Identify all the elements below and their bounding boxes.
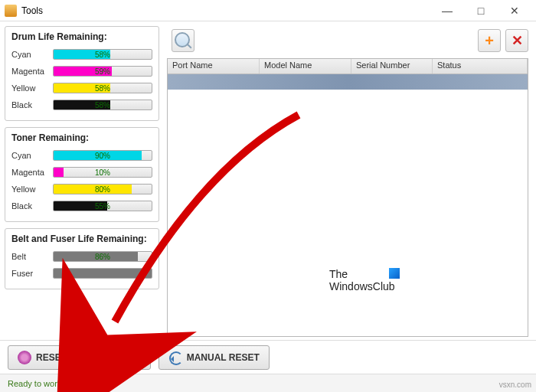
drum-label: Black [11,100,53,109]
col-port-name[interactable]: Port Name [168,59,260,74]
toner-row-yellow: Yellow80% [11,181,152,197]
toner-label: Cyan [11,151,53,160]
bottom-bar: RESET ALL COUNTERS MANUAL RESET [0,340,536,374]
toner-row-cyan: Cyan90% [11,148,152,163]
drum-title: Drum Life Remaining: [11,31,152,42]
manual-reset-button[interactable]: MANUAL RESET [159,345,270,370]
search-button[interactable] [172,29,194,52]
toner-row-black: Black55% [11,198,152,214]
gear-icon [18,351,31,364]
app-icon [5,5,17,17]
toner-bar: 55% [53,201,152,211]
drum-row-magenta: Magenta59% [11,64,152,79]
delete-button[interactable]: ✕ [505,29,528,52]
belt-row-fuser: Fuser [11,266,152,281]
windows-logo-icon [389,268,400,279]
watermark: The WindowsClub [329,268,400,292]
belt-bar [53,268,152,279]
bar-percent: 58% [54,50,152,59]
belt-panel: Belt and Fuser Life Remaining: Belt86%Fu… [5,228,159,289]
undo-icon [168,351,182,364]
belt-bar: 86% [53,251,152,262]
titlebar: Tools — □ ✕ [0,0,536,21]
window-title: Tools [21,5,43,16]
plus-icon: + [485,32,494,50]
close-button[interactable]: ✕ [498,0,531,21]
toner-title: Toner Remaining: [11,132,152,143]
drum-bar: 58% [53,49,152,60]
col-status[interactable]: Status [433,59,528,74]
toolbar: + ✕ [167,28,528,54]
manual-reset-label: MANUAL RESET [187,352,260,363]
sidebar: Drum Life Remaining: Cyan58%Magenta59%Ye… [0,21,164,340]
reset-all-counters-button[interactable]: RESET ALL COUNTERS [8,345,151,370]
watermark-line1: The [329,268,348,280]
belt-row-belt: Belt86% [11,249,152,264]
drum-bar: 58% [53,100,152,110]
drum-row-yellow: Yellow58% [11,80,152,96]
drum-row-cyan: Cyan58% [11,47,152,62]
bar-percent: 90% [54,151,152,160]
drum-bar: 58% [53,83,152,93]
bar-percent: 10% [54,168,152,177]
bar-percent: 86% [54,252,152,261]
drum-label: Yellow [11,83,53,93]
toner-label: Magenta [11,168,53,177]
toner-row-magenta: Magenta10% [11,165,152,180]
drum-bar: 59% [53,66,152,77]
grid-row-selected[interactable] [168,74,528,90]
device-grid[interactable]: Port Name Model Name Serial Number Statu… [167,58,528,337]
status-text: Ready to work. [8,379,64,388]
drum-label: Cyan [11,50,53,59]
watermark-line2: WindowsClub [329,280,400,292]
toner-label: Yellow [11,185,53,194]
bar-percent: 80% [54,185,152,194]
reset-all-label: RESET ALL COUNTERS [36,352,141,363]
toner-bar: 90% [53,150,152,161]
search-icon [172,30,194,51]
drum-panel: Drum Life Remaining: Cyan58%Magenta59%Ye… [5,26,159,121]
toner-bar: 10% [53,167,152,178]
belt-label: Fuser [11,269,53,278]
main: Drum Life Remaining: Cyan58%Magenta59%Ye… [0,21,536,340]
belt-title: Belt and Fuser Life Remaining: [11,234,152,244]
minimize-button[interactable]: — [430,0,464,21]
toner-bar: 80% [53,184,152,194]
drum-row-black: Black58% [11,97,152,113]
source-label: vsxn.com [499,381,531,389]
col-model-name[interactable]: Model Name [260,59,351,74]
toner-panel: Toner Remaining: Cyan90%Magenta10%Yellow… [5,127,159,222]
bar-percent: 55% [54,201,152,211]
maximize-button[interactable]: □ [464,0,498,21]
bar-percent [54,269,152,278]
window-controls: — □ ✕ [430,0,531,21]
toner-label: Black [11,201,53,211]
drum-label: Magenta [11,67,53,76]
col-serial[interactable]: Serial Number [351,59,433,74]
bar-percent: 58% [54,100,152,109]
bar-percent: 58% [54,83,152,93]
add-button[interactable]: + [478,29,501,52]
status-bar: Ready to work. [0,374,536,392]
delete-icon: ✕ [511,32,523,49]
bar-percent: 59% [54,67,152,76]
grid-header: Port Name Model Name Serial Number Statu… [168,59,528,74]
belt-label: Belt [11,252,53,261]
